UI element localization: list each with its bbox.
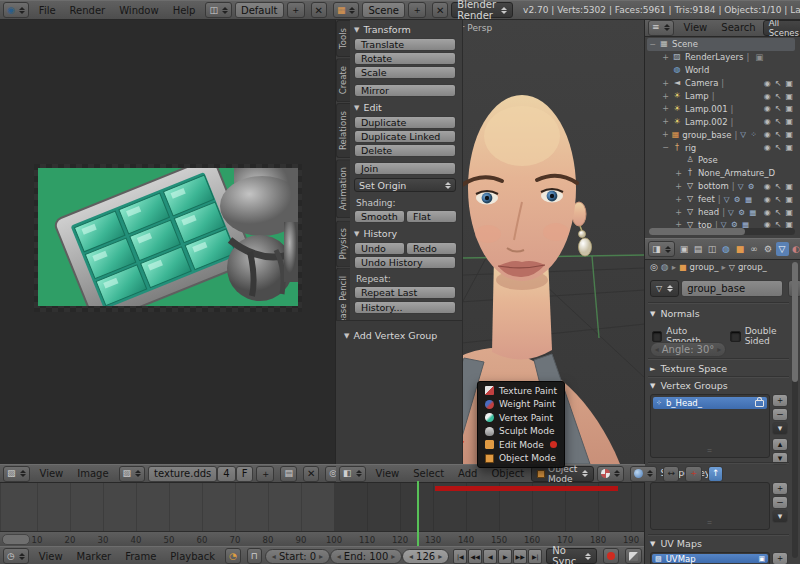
- tool-shelf-tab[interactable]: Animation: [336, 159, 350, 218]
- tool-shelf-tab[interactable]: Tools: [336, 20, 350, 57]
- properties-tab[interactable]: ▤: [692, 242, 705, 256]
- shapekey-add-button[interactable]: ＋: [772, 482, 788, 495]
- expand-toggle-icon[interactable]: −: [649, 40, 656, 49]
- normals-panel-header[interactable]: ▼ Normals: [650, 308, 700, 319]
- scene-add-button[interactable]: ＋: [408, 2, 426, 18]
- expand-toggle-icon[interactable]: +: [662, 104, 669, 113]
- tool-button[interactable]: Rotate: [354, 52, 456, 65]
- render-camera-icon[interactable]: ▣: [758, 555, 765, 563]
- expand-toggle-icon[interactable]: +: [662, 53, 669, 62]
- tool-button[interactable]: Duplicate: [354, 116, 456, 129]
- texture-space-panel-header[interactable]: ► Texture Space: [650, 363, 727, 374]
- vgroup-move-down-button[interactable]: ▾: [772, 452, 788, 465]
- mode-menu-item[interactable]: Object Mode: [478, 452, 564, 466]
- timeline-track-in-range[interactable]: [0, 481, 334, 531]
- frame-start-field[interactable]: ◂Start:0▸: [265, 549, 330, 564]
- image-unlink-button[interactable]: ✕: [303, 466, 319, 482]
- visibility-eye-icon[interactable]: ◉: [764, 92, 771, 101]
- properties-editor-type-button[interactable]: ◨: [648, 241, 675, 257]
- datablock-name-field[interactable]: group_base: [681, 280, 783, 297]
- menu-file[interactable]: File: [32, 5, 63, 16]
- history-dialog-button[interactable]: History...: [354, 301, 456, 314]
- expand-toggle-icon[interactable]: +: [675, 182, 682, 191]
- shade-flat-button[interactable]: Flat: [406, 210, 457, 223]
- uv-maps-list[interactable]: ▨ UVMap ▣: [650, 552, 770, 564]
- outliner-row[interactable]: + head | ▽ ⚙ ▦ ◉ ↖ ▣: [647, 206, 795, 219]
- undo-button[interactable]: Undo: [354, 242, 405, 255]
- image-fake-user-button[interactable]: F: [236, 466, 254, 482]
- playback-button[interactable]: ▶▶: [513, 549, 527, 564]
- expand-toggle-icon[interactable]: −: [662, 143, 669, 152]
- tl-menu-marker[interactable]: Marker: [70, 551, 119, 562]
- image-name-field[interactable]: texture.dds: [148, 466, 217, 482]
- renderability-camera-icon[interactable]: ▣: [785, 117, 793, 126]
- vertex-groups-panel-header[interactable]: ▼ Vertex Groups: [650, 380, 728, 391]
- list-resize-grip[interactable]: ＝: [706, 517, 715, 528]
- outliner-row[interactable]: + group_base | ▽ ⁘ ◉ ↖ ▣: [647, 128, 795, 141]
- visibility-eye-icon[interactable]: ◉: [764, 195, 771, 204]
- mode-menu-item[interactable]: Vertex Paint: [478, 411, 564, 425]
- repeat-last-button[interactable]: Repeat Last: [354, 286, 456, 299]
- frame-end-field[interactable]: ◂End:100▸: [330, 549, 402, 564]
- timeline-scrollbar-handle[interactable]: [2, 534, 30, 545]
- mirror-button[interactable]: Mirror: [354, 84, 456, 97]
- uv-editor-type-button[interactable]: ▨: [3, 466, 30, 482]
- scene-name-field[interactable]: Scene: [362, 2, 405, 18]
- uv-maps-panel-header[interactable]: ▼ UV Maps: [650, 538, 702, 549]
- playback-button[interactable]: ◀◀: [468, 549, 482, 564]
- history-panel-header[interactable]: ▼ History: [354, 228, 397, 239]
- image-open-button[interactable]: ▤: [280, 466, 297, 482]
- renderability-camera-icon[interactable]: ▣: [785, 208, 793, 217]
- tool-button[interactable]: Delete: [354, 144, 456, 157]
- double-sided-checkbox[interactable]: Double Sided: [730, 326, 800, 346]
- viewport-shading-dropdown[interactable]: [597, 466, 624, 482]
- expand-toggle-icon[interactable]: +: [662, 117, 669, 126]
- tool-shelf-tab[interactable]: Physics: [336, 220, 350, 267]
- image-datablock-icon[interactable]: ▨: [119, 466, 146, 482]
- smooth-angle-field[interactable]: ◂ Angle: 30° ▸: [650, 342, 726, 357]
- expand-toggle-icon[interactable]: +: [675, 195, 682, 204]
- uvmap-add-button[interactable]: ＋: [772, 552, 788, 564]
- tool-button[interactable]: Translate: [354, 38, 456, 51]
- expand-toggle-icon[interactable]: +: [662, 130, 669, 139]
- outliner-menu-search[interactable]: Search: [714, 22, 762, 33]
- undo-history-button[interactable]: Undo History: [354, 256, 456, 269]
- uv-menu-view[interactable]: View: [33, 468, 71, 479]
- shapekey-remove-button[interactable]: −: [772, 496, 788, 509]
- tool-button[interactable]: Duplicate Linked: [354, 130, 456, 143]
- visibility-eye-icon[interactable]: ◉: [764, 208, 771, 217]
- properties-tab[interactable]: ▽: [776, 242, 789, 256]
- vertex-groups-list[interactable]: ⁘ b_Head_ ＝: [650, 394, 770, 458]
- properties-tab[interactable]: ◍: [720, 242, 733, 256]
- uv-image-editor-canvas[interactable]: [0, 18, 337, 464]
- edit-panel-header[interactable]: ▼ Edit: [354, 102, 382, 113]
- expand-toggle-icon[interactable]: +: [675, 169, 682, 178]
- renderability-camera-icon[interactable]: ▣: [785, 104, 793, 113]
- shapekey-specials-dropdown[interactable]: ▾: [772, 510, 788, 523]
- expand-toggle-icon[interactable]: +: [662, 79, 669, 88]
- auto-keying-button[interactable]: [625, 548, 642, 564]
- outliner-row[interactable]: + Lamp.002 | ◉ ↖ ▣: [647, 115, 795, 128]
- outliner-row[interactable]: − Scene ◉ ↖ ▣: [647, 38, 795, 51]
- outliner-row[interactable]: Pose ◉ ↖ ▣: [647, 154, 795, 167]
- scene-delete-button[interactable]: ✕: [432, 2, 448, 18]
- layout-add-button[interactable]: ＋: [287, 2, 305, 18]
- selectability-cursor-icon[interactable]: ↖: [775, 117, 782, 126]
- selectability-cursor-icon[interactable]: ↖: [775, 130, 782, 139]
- lock-icon[interactable]: [755, 400, 764, 407]
- vp-menu-select[interactable]: Select: [406, 468, 451, 479]
- preview-range-toggle[interactable]: ◔: [225, 548, 241, 564]
- selectability-cursor-icon[interactable]: ↖: [775, 143, 782, 152]
- selectability-cursor-icon[interactable]: ↖: [775, 208, 782, 217]
- properties-tab[interactable]: ▣: [678, 242, 691, 256]
- mode-menu-item[interactable]: Texture Paint: [478, 384, 564, 398]
- tl-menu-view[interactable]: View: [32, 551, 70, 562]
- outliner-row[interactable]: + Camera | ◉ ↖ ▣: [647, 77, 795, 90]
- sync-mode-dropdown[interactable]: No Sync: [546, 548, 597, 564]
- breadcrumb-data[interactable]: group_: [738, 262, 767, 272]
- editor-type-button[interactable]: ◉: [3, 2, 29, 18]
- renderability-camera-icon[interactable]: ▣: [785, 182, 793, 191]
- render-engine-dropdown[interactable]: Blender Render: [451, 2, 513, 18]
- playback-button[interactable]: |◀: [453, 549, 467, 564]
- uv-menu-image[interactable]: Image: [70, 468, 115, 479]
